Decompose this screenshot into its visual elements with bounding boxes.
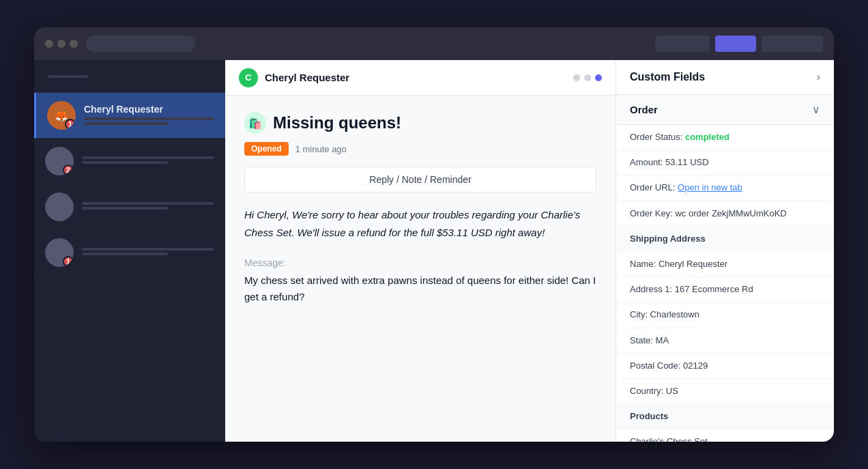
order-chevron-down-icon: ∨ [812,103,820,116]
order-section-title: Order [630,104,658,115]
sidebar-preview-7 [82,248,214,251]
sidebar-avatar-3 [45,193,74,221]
order-field-3: Order Key: wc order ZekjMMwUmKoKD [616,201,834,227]
sidebar-item-content-cheryl: Cheryl Requester [84,104,214,127]
sidebar-avatar-2: 2 [45,147,74,175]
browser-dot-3 [70,40,78,48]
sidebar-header [34,60,225,93]
app-container: 🦊 1 Cheryl Requester 2 [34,60,834,442]
header-dot-2 [584,74,591,81]
order-field-10: Country: US [616,379,834,404]
badge-cheryl: 1 [65,119,76,130]
order-section-header[interactable]: Order ∨ [616,95,834,125]
ticket-title-text: Missing queens! [273,113,401,132]
conversation-header: C Cheryl Requester [225,60,616,96]
order-field-0: Order Status: completed [616,125,834,150]
sidebar-item-name-cheryl: Cheryl Requester [84,104,214,115]
status-completed-value: completed [685,132,729,142]
sidebar-item-cheryl[interactable]: 🦊 1 Cheryl Requester [34,93,225,139]
order-field-1: Amount: 53.11 USD [616,150,834,175]
ticket-icon: 🛍️ [244,112,266,134]
reply-bar[interactable]: Reply / Note / Reminder [244,167,596,193]
sidebar-item-content-2 [82,156,214,166]
browser-url-bar[interactable] [86,35,195,52]
right-panel: Custom Fields › Order ∨ Order Status: co… [616,60,834,442]
sidebar-item-content-3 [82,202,214,212]
header-dot-1 [573,74,580,81]
sidebar-item-3[interactable] [34,184,225,230]
order-field-12: Charlie's Chess Set [616,429,834,442]
browser-tabs [655,35,823,52]
status-badge: Opened [244,142,289,156]
header-dot-3 [595,74,602,81]
ticket-time: 1 minute ago [295,144,347,154]
sidebar-avatar-cheryl: 🦊 1 [47,101,76,130]
sidebar-item-2[interactable]: 2 [34,139,225,184]
order-field-11: Products [616,404,834,429]
sidebar-preview-3 [82,156,214,159]
sidebar-preview-2 [84,122,169,125]
sidebar-item-4[interactable]: 1 [34,230,225,276]
order-field-7: City: Charlestown [616,302,834,328]
conv-header-name: Cheryl Requester [265,72,349,83]
browser-dots [45,40,78,48]
badge-2: 2 [63,165,74,175]
custom-fields-header[interactable]: Custom Fields › [616,60,834,95]
sidebar-list: 🦊 1 Cheryl Requester 2 [34,93,225,442]
badge-4: 1 [63,256,74,267]
order-field-2: Order URL: Open in new tab [616,175,834,201]
sidebar-preview-1 [84,117,214,120]
sidebar-header-bar [48,75,89,78]
browser-window: 🦊 1 Cheryl Requester 2 [34,27,834,442]
sidebar-preview-8 [82,253,168,255]
browser-dot-1 [45,40,53,48]
sidebar-preview-5 [82,202,214,205]
browser-tab-1[interactable] [655,35,710,52]
ticket-meta: Opened 1 minute ago [244,142,596,156]
order-field-5: Name: Cheryl Requester [616,252,834,277]
order-field-9: Postal Code: 02129 [616,354,834,379]
custom-fields-title: Custom Fields [630,71,705,83]
sidebar-avatar-4: 1 [45,238,74,267]
ticket-title: 🛍️ Missing queens! [244,112,596,134]
browser-tab-2[interactable] [762,35,823,52]
order-field-4: Shipping Address [616,227,834,252]
browser-tab-active[interactable] [715,35,756,52]
message-label: Message: [244,257,596,268]
order-fields: Order Status: completedAmount: 53.11 USD… [616,125,834,442]
sidebar-item-content-4 [82,248,214,257]
message-body: Hi Cheryl, We're sorry to hear about you… [244,206,596,241]
order-url-link[interactable]: Open in new tab [678,182,742,193]
sidebar-preview-4 [82,161,168,164]
browser-dot-2 [57,40,66,48]
customer-message: My chess set arrived with extra pawns in… [244,272,596,305]
conversation-body: 🛍️ Missing queens! Opened 1 minute ago R… [225,96,616,442]
conv-avatar-letter: C [245,72,251,83]
browser-chrome [34,27,834,60]
sidebar: 🦊 1 Cheryl Requester 2 [34,60,225,442]
order-field-6: Address 1: 167 Ecommerce Rd [616,277,834,302]
order-field-8: State: MA [616,328,834,354]
conv-header-dots [573,74,602,81]
custom-fields-chevron-right-icon: › [817,71,820,83]
main-content: C Cheryl Requester 🛍️ Missing queens! Op… [225,60,616,442]
conv-avatar: C [239,68,258,87]
sidebar-preview-6 [82,207,168,210]
